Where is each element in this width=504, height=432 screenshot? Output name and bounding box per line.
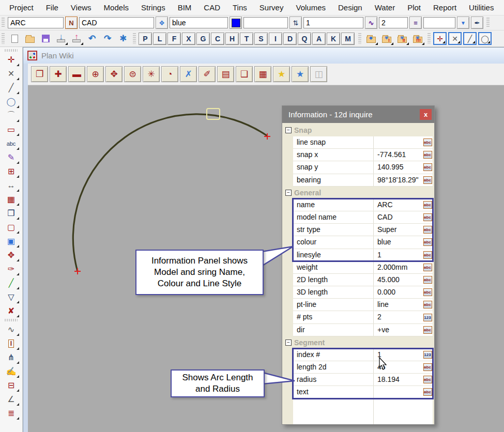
menu-item-water[interactable]: Water (369, 3, 401, 12)
property-type-button[interactable]: abc (422, 324, 433, 336)
menu-item-cad[interactable]: CAD (197, 3, 226, 12)
property-type-button[interactable]: abc (422, 211, 433, 223)
menu-item-utilities[interactable]: Utilities (463, 3, 500, 12)
redraw-button[interactable]: ✗ (180, 66, 197, 82)
railway-hatch-button[interactable]: ≣ (3, 406, 20, 420)
arc-string[interactable] (73, 114, 267, 271)
export-button[interactable]: ↑ (69, 32, 84, 45)
letter-button-d[interactable]: D (283, 33, 297, 45)
sheet-grid-button[interactable]: ▦ (254, 66, 271, 82)
survey-instrument-button[interactable]: ⋔ (3, 350, 20, 364)
menu-item-volumes[interactable]: Volumes (289, 3, 332, 12)
angle-line-button[interactable]: ∠ (3, 392, 20, 406)
property-type-button[interactable]: abc (422, 174, 433, 186)
property-type-button[interactable]: 123 (422, 349, 433, 361)
property-type-button[interactable]: abc (422, 274, 433, 286)
save-button[interactable] (38, 32, 53, 45)
information-panel-titlebar[interactable]: Information - 12d inquire x (282, 106, 434, 123)
layout-button[interactable]: ◫ (310, 66, 327, 82)
settings-gear-button[interactable]: ✱ (116, 32, 130, 45)
snap-point-button[interactable]: ✛ (433, 32, 447, 45)
plot-button[interactable]: ▤ (217, 66, 234, 82)
new-file-button[interactable] (7, 32, 22, 45)
menu-item-design[interactable]: Design (332, 3, 369, 12)
menu-item-survey[interactable]: Survey (253, 3, 290, 12)
menu-item-file[interactable]: File (40, 3, 65, 12)
tin-input[interactable] (423, 17, 455, 28)
property-type-button[interactable]: abc (422, 261, 433, 273)
freehand-sketch-button[interactable]: ∿ (3, 322, 20, 336)
menu-item-bim[interactable]: BIM (172, 3, 198, 12)
letter-button-g[interactable]: G (196, 33, 210, 45)
colour-input[interactable] (170, 17, 228, 28)
letter-button-i[interactable]: I (269, 33, 282, 45)
menu-item-report[interactable]: Report (427, 3, 463, 12)
property-type-button[interactable]: abc (422, 374, 433, 385)
model-recalc-2-button[interactable]: ✾‼ (395, 32, 409, 45)
zoom-out-button[interactable]: ▬ (68, 66, 85, 82)
point-to-box-button[interactable]: ⊞ (3, 164, 20, 178)
grid-table-button[interactable]: ▦ (3, 192, 20, 206)
menu-item-project[interactable]: Project (3, 3, 40, 12)
linestyle-input[interactable] (303, 17, 363, 28)
property-type-button[interactable]: abc (422, 149, 433, 161)
copy-window-button[interactable]: ❒ (3, 206, 20, 220)
menu-item-strings[interactable]: Strings (135, 3, 172, 12)
create-rectangle-button[interactable]: ▭ (3, 122, 20, 136)
create-line-button[interactable]: ╱ (3, 81, 20, 95)
menu-item-views[interactable]: Views (65, 3, 98, 12)
property-type-button[interactable]: 123 (422, 311, 433, 323)
favourite-blue-button[interactable]: ★ (292, 66, 309, 82)
letter-button-q[interactable]: Q (298, 33, 311, 45)
edit-note-button[interactable]: ✍ (3, 364, 20, 378)
snap-cross-button[interactable]: ✕ (448, 32, 462, 45)
favourite-yellow-button[interactable]: ★ (273, 66, 290, 82)
colour-swatch-button[interactable] (230, 17, 242, 29)
undo-button[interactable]: ↶ (85, 32, 99, 45)
weight-input[interactable] (379, 17, 408, 28)
linestyle-icon-button[interactable]: ∿ (365, 17, 377, 29)
section-marker-button[interactable]: ⊟ (3, 378, 20, 392)
letter-button-p[interactable]: P (139, 33, 152, 45)
letter-button-f[interactable]: F (167, 33, 181, 45)
letter-button-k[interactable]: K (327, 33, 340, 45)
letter-button-x[interactable]: X (182, 33, 195, 45)
plan-window-titlebar[interactable]: Plan Wiki (23, 48, 504, 64)
import-button[interactable]: ↓ (54, 32, 68, 45)
plan-canvas[interactable]: Information - 12d inquire x −Snapline sn… (28, 85, 504, 432)
menu-item-tins[interactable]: Tins (226, 3, 253, 12)
letter-button-a[interactable]: A (312, 33, 326, 45)
open-project-button[interactable] (23, 32, 37, 45)
height-icon-button[interactable]: ⇅ (289, 17, 302, 29)
model-folder-cube-button[interactable]: ◆ (364, 32, 378, 45)
letter-button-l[interactable]: L (153, 33, 166, 45)
snap-line-button[interactable]: ╱ (463, 32, 477, 45)
layers-button[interactable]: ❖ (156, 17, 168, 29)
polygon-shape-button[interactable]: ▢ (3, 220, 20, 234)
sketch-point-button[interactable]: ✑ (3, 262, 20, 276)
shield-shape-button[interactable]: ▽ (3, 290, 20, 304)
pan-button[interactable]: ✥ (105, 66, 123, 82)
menu-item-models[interactable]: Models (98, 3, 135, 12)
collapse-icon[interactable]: − (285, 127, 292, 133)
string-name-input[interactable] (8, 17, 64, 28)
points-cross-button[interactable]: ✕ (3, 67, 20, 81)
zoom-centre-button[interactable]: ⊕ (87, 66, 104, 82)
zoom-all-button[interactable]: ✳ (143, 66, 160, 82)
menu-item-user[interactable]: User (500, 3, 504, 12)
property-type-button[interactable]: abc (422, 361, 433, 373)
letter-button-s[interactable]: S (254, 33, 268, 45)
property-type-button[interactable]: abc (422, 136, 433, 148)
move-string-button[interactable]: ✥ (3, 248, 20, 262)
brush-button[interactable]: ✐ (198, 66, 216, 82)
close-icon[interactable]: x (420, 109, 432, 120)
model-recalc-1-button[interactable]: ✾! (379, 32, 394, 45)
letter-button-m[interactable]: M (341, 33, 355, 45)
redo-button[interactable]: ↷ (100, 32, 115, 45)
menu-item-plot[interactable]: Plot (401, 3, 427, 12)
tin-dropdown-button[interactable]: ▼ (457, 17, 469, 29)
create-circle-button[interactable]: ◯ (3, 95, 20, 109)
create-point-button[interactable]: ✛ (3, 53, 20, 67)
model-name-input[interactable] (79, 17, 154, 28)
letter-button-t[interactable]: T (240, 33, 253, 45)
